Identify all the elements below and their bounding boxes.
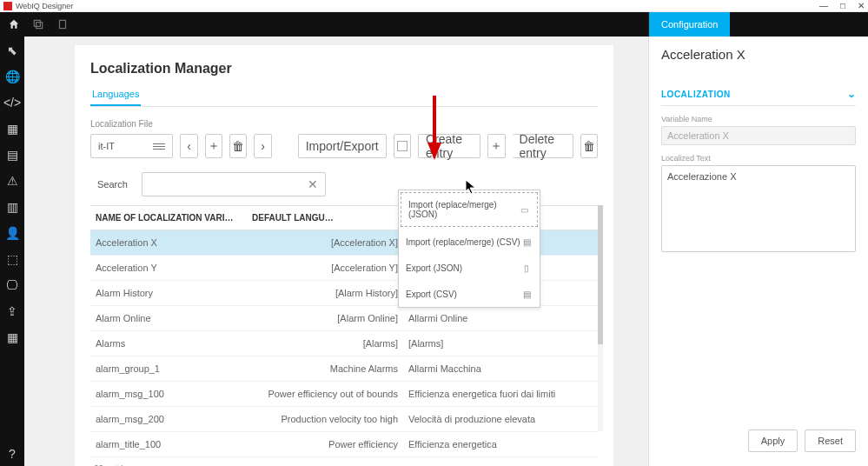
localization-card: Localization Manager Languages Localizat… (75, 45, 613, 466)
import-csv-icon: ▤ (520, 236, 533, 248)
variable-name-label: Variable Name (661, 115, 856, 123)
table-row[interactable]: alarm_msg_200Production velocity too hig… (90, 407, 598, 432)
variable-name-field: Acceleration X (661, 126, 856, 145)
tool-cursor-icon[interactable]: ⬉ (2, 40, 23, 61)
svg-rect-0 (36, 23, 43, 29)
tool-chart-icon[interactable]: ▥ (2, 196, 23, 217)
delete-entry-trash-button[interactable]: 🗑 (580, 134, 598, 158)
import-export-chk[interactable] (394, 134, 411, 158)
home-button[interactable] (3, 14, 24, 35)
table-row[interactable]: alarm_group_1Machine AlarmsAllarmi Macch… (90, 356, 598, 382)
localized-text-label: Localized Text (661, 154, 856, 163)
chevron-down-icon: ⌄ (847, 88, 857, 100)
tool-globe-icon[interactable]: 🌐 (2, 66, 23, 87)
table-row[interactable]: Alarms[Alarms][Alarms] (90, 331, 598, 356)
tool-image-icon[interactable]: ▦ (2, 118, 23, 139)
locale-file-label: Localization File (90, 119, 598, 129)
menu-import-json[interactable]: Import (replace/merge) (JSON) ▭ (401, 192, 538, 227)
tab-languages[interactable]: Languages (90, 85, 141, 106)
window-maximize[interactable]: □ (840, 1, 845, 10)
help-button[interactable]: ? (9, 447, 16, 461)
localized-text-input[interactable]: Accelerazione X (661, 165, 856, 252)
tool-code-icon[interactable]: </> (2, 92, 23, 113)
window-title: WebIQ Designer (16, 2, 73, 10)
menu-import-csv[interactable]: Import (replace/merge) (CSV) ▤ (399, 229, 540, 255)
tool-monitor-icon[interactable]: 🖵 (2, 275, 23, 296)
th-name[interactable]: NAME OF LOCALIZATION VARI… (90, 206, 247, 230)
table-row[interactable]: Alarm Online[Alarm Online]Allarmi Online (90, 306, 598, 331)
create-entry-button[interactable]: Create entry (418, 134, 480, 158)
export-csv-icon: ▤ (520, 288, 533, 300)
paste-button[interactable] (52, 14, 73, 35)
tool-upload-icon[interactable]: ⇪ (2, 301, 23, 322)
delete-language-button[interactable]: 🗑 (229, 134, 247, 158)
table-row[interactable]: alarm_title_100Power efficiencyEfficienz… (90, 432, 598, 457)
prev-button[interactable]: ‹ (180, 134, 197, 158)
menu-icon (153, 143, 165, 150)
tool-user-icon[interactable]: 👤 (2, 223, 23, 243)
export-json-icon: ▯ (520, 262, 533, 274)
menu-export-csv[interactable]: Export (CSV) ▤ (399, 281, 540, 307)
tool-warning-icon[interactable]: ⚠ (2, 170, 23, 191)
svg-marker-5 (466, 180, 475, 194)
workspace-canvas: Localization Manager Languages Localizat… (24, 37, 648, 466)
configuration-panel: Acceleration X LOCALIZATION ⌄ Variable N… (648, 37, 868, 466)
cursor-icon (465, 179, 477, 195)
menu-export-json[interactable]: Export (JSON) ▯ (399, 255, 540, 281)
selected-variable-title: Acceleration X (661, 47, 856, 62)
window-minimize[interactable]: — (819, 1, 828, 10)
localization-section-header[interactable]: LOCALIZATION ⌄ (661, 88, 856, 106)
reset-button[interactable]: Reset (805, 429, 856, 452)
search-label: Search (90, 179, 142, 190)
locale-select[interactable]: it-IT (90, 134, 173, 158)
app-icon (3, 2, 12, 10)
vertical-scrollbar[interactable] (598, 205, 603, 431)
table-row[interactable]: alarm_msg_100Power efficiency out of bou… (90, 382, 598, 407)
page-title: Localization Manager (90, 61, 598, 77)
import-json-icon: ▭ (519, 203, 530, 216)
window-close[interactable]: ✕ (858, 1, 865, 10)
tool-box-icon[interactable]: ⬚ (2, 249, 23, 270)
add-entry-button[interactable]: ＋ (487, 134, 505, 158)
top-toolbar (0, 12, 868, 37)
svg-rect-2 (60, 20, 66, 28)
import-export-button[interactable]: Import/Export (298, 134, 387, 158)
tool-layers-icon[interactable]: ▤ (2, 144, 23, 165)
locale-value: it-IT (98, 141, 115, 151)
import-export-menu: Import (replace/merge) (JSON) ▭ Import (… (398, 190, 540, 308)
next-button[interactable]: › (254, 134, 271, 158)
search-input[interactable]: ✕ (142, 172, 326, 196)
th-default[interactable]: DEFAULT LANGU… (247, 206, 403, 230)
add-language-button[interactable]: ＋ (205, 134, 222, 158)
left-toolrail: ⬉ 🌐 </> ▦ ▤ ⚠ ▥ 👤 ⬚ 🖵 ⇪ ▦ ? (0, 37, 24, 466)
copy-button[interactable] (28, 14, 49, 35)
tab-configuration[interactable]: Configuration (649, 12, 730, 37)
tool-grid-icon[interactable]: ▦ (2, 327, 23, 348)
delete-entry-button[interactable]: Delete entry (513, 134, 573, 158)
svg-rect-1 (34, 20, 40, 26)
clear-search-icon[interactable]: ✕ (308, 177, 318, 191)
apply-button[interactable]: Apply (748, 429, 798, 452)
window-titlebar: WebIQ Designer — □ ✕ (0, 0, 868, 12)
tabs: Languages (90, 85, 598, 107)
